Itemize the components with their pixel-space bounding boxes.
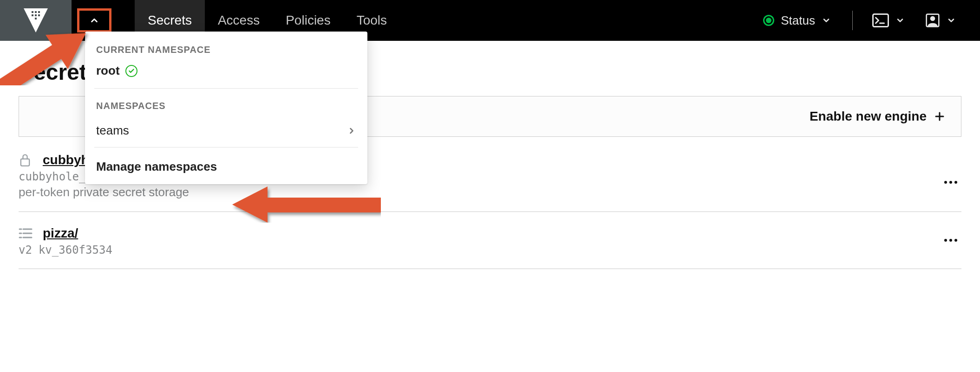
chevron-down-icon [822, 16, 831, 25]
manage-namespaces-label: Manage namespaces [96, 160, 217, 174]
check-circle-icon [125, 65, 137, 77]
namespace-item-teams[interactable]: teams [85, 118, 367, 147]
nav-right: Status [756, 9, 980, 32]
svg-point-16 [944, 239, 947, 242]
namespaces-heading: NAMESPACES [85, 97, 367, 118]
current-namespace-value: root [85, 62, 367, 88]
terminal-icon [872, 13, 889, 27]
namespace-dropdown-panel: CURRENT NAMESPACE root NAMESPACES teams … [85, 32, 367, 184]
namespace-item-label: teams [96, 123, 129, 138]
nav-divider [852, 11, 853, 30]
chevron-right-icon [347, 126, 356, 135]
user-menu-dropdown[interactable] [920, 9, 961, 32]
svg-point-18 [954, 239, 957, 242]
list-icon [19, 227, 33, 239]
enable-new-engine-button[interactable]: Enable new engine [810, 109, 945, 124]
engine-item-pizza: pizza/ v2kv_360f3534 [19, 212, 961, 269]
chevron-down-icon [895, 16, 905, 25]
engine-desc-cubbyhole: per-token private secret storage [19, 185, 961, 199]
engine-menu-cubbyhole[interactable] [944, 178, 958, 186]
plus-icon [934, 111, 945, 122]
dropdown-sep-2 [94, 147, 358, 148]
engine-id-pizza: v2kv_360f3534 [19, 244, 961, 257]
status-dropdown[interactable]: Status [756, 10, 838, 32]
svg-point-9 [954, 181, 957, 184]
svg-rect-6 [21, 159, 29, 166]
engine-link-pizza[interactable]: pizza/ [43, 226, 78, 241]
user-icon [925, 13, 940, 28]
console-dropdown[interactable] [867, 10, 910, 31]
engine-menu-pizza[interactable] [944, 236, 958, 244]
svg-rect-0 [873, 14, 889, 27]
ellipsis-icon [944, 180, 958, 185]
chevron-down-icon [947, 16, 956, 25]
manage-namespaces-link[interactable]: Manage namespaces [85, 151, 358, 178]
vault-logo-triangle [24, 8, 48, 32]
namespace-picker-toggle[interactable] [77, 8, 111, 32]
current-namespace-text: root [96, 64, 120, 78]
status-indicator-icon [763, 15, 774, 26]
current-namespace-heading: CURRENT NAMESPACE [85, 41, 367, 62]
vault-logo-grid [32, 11, 40, 19]
status-label: Status [781, 13, 815, 28]
svg-point-17 [949, 239, 952, 242]
svg-point-3 [931, 17, 934, 20]
vault-logo[interactable] [0, 0, 72, 41]
ellipsis-icon [944, 238, 958, 243]
lock-icon [19, 153, 33, 167]
enable-new-engine-label: Enable new engine [810, 109, 927, 124]
chevron-up-icon [89, 15, 99, 26]
engine-version-pizza: v2 [19, 244, 32, 257]
engine-raw-id-pizza: kv_360f3534 [39, 244, 112, 257]
svg-point-7 [944, 181, 947, 184]
svg-point-8 [949, 181, 952, 184]
